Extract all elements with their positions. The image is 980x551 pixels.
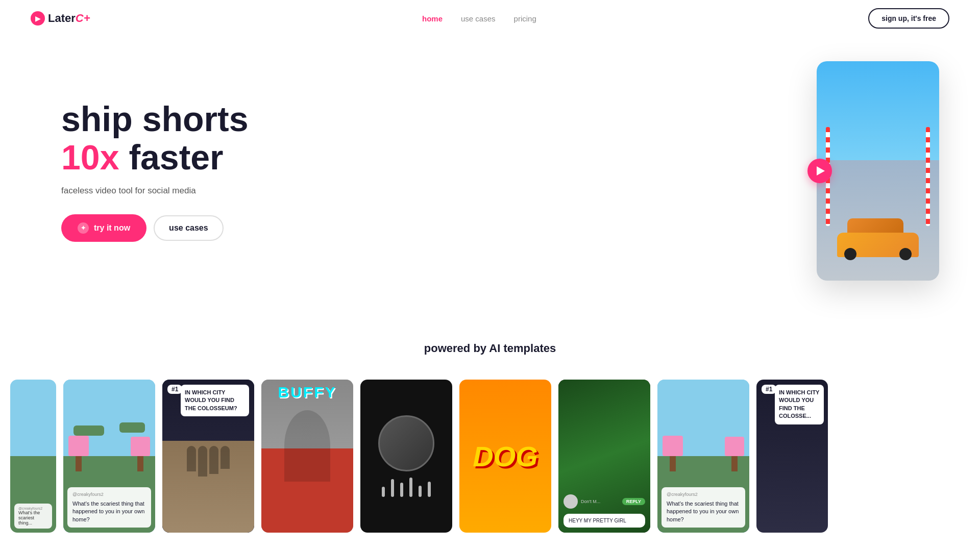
quiz2-badge: #1 [762,385,776,394]
sky [817,61,939,171]
carousel-card-partial[interactable]: @creakyfours2 What's the scariest thing.… [10,380,56,533]
nav-links: home use cases pricing [422,14,536,23]
logo-icon: ▶ [31,11,45,26]
wheel-right [899,248,912,260]
carousel-card-podcast[interactable] [360,380,452,533]
sparkle-icon: ✦ [78,222,89,234]
car-shape [837,224,919,265]
carousel-card-minecraft[interactable]: @creakyfours2 What's the scariest thing … [63,380,155,533]
audio-waveform [382,477,431,497]
carousel-card-quiz2[interactable]: #1 IN WHICH CITY WOULD YOU FIND THE COLO… [756,380,828,533]
try-it-now-label: try it now [94,223,130,233]
road-scene [817,61,939,281]
barrier-right [926,127,930,226]
hero-heading: ship shorts 10x faster [61,100,327,177]
hero-left: ship shorts 10x faster faceless video to… [61,100,327,242]
carousel-card-face[interactable]: BUFFY [261,380,353,533]
try-it-now-button[interactable]: ✦ try it now [61,214,146,242]
carousel-card-chat[interactable]: Don't M... REPLY HEYY MY PRETTY GIRL [558,380,650,533]
quiz2-question: IN WHICH CITY WOULD YOU FIND THE COLOSSE… [775,385,824,424]
nav-signup-button[interactable]: sign up, it's free [868,8,949,29]
play-triangle-icon [817,166,825,176]
hero-section: ship shorts 10x faster faceless video to… [0,0,980,311]
powered-title: powered by AI templates [10,342,970,355]
minecraft-card-text: @creakyfours2 What's the scariest thing … [67,487,151,528]
hero-video-card[interactable] [817,61,939,281]
quiz-badge: #1 [167,385,182,394]
use-cases-button[interactable]: use cases [154,215,224,241]
navbar: ▶ LaterC+ home use cases pricing sign up… [0,0,980,37]
chat-reply-btn[interactable]: REPLY [622,498,645,505]
logo[interactable]: ▶ LaterC+ [31,11,90,26]
hero-buttons: ✦ try it now use cases [61,214,327,242]
nav-home[interactable]: home [422,14,443,23]
hero-heading-line2: faster [129,138,223,177]
play-button[interactable] [807,159,832,183]
carousel-card-minecraft2[interactable]: @creakyfours2 What's the scariest thing … [657,380,749,533]
minecraft2-card-text: @creakyfours2 What's the scariest thing … [662,487,745,528]
car [837,224,919,265]
nav-use-cases[interactable]: use cases [461,14,496,23]
dog-text: DOG [473,440,538,473]
face-card-name: BUFFY [261,384,353,401]
hero-subtitle: faceless video tool for social media [61,186,327,196]
nav-pricing[interactable]: pricing [514,14,536,23]
quiz-question: IN WHICH CITY WOULD YOU FIND THE COLOSSE… [181,385,249,416]
carousel-card-dog[interactable]: DOG [459,380,551,533]
logo-text: LaterC+ [48,12,90,25]
wheel-left [844,248,856,260]
hero-right [817,61,939,281]
template-carousel: @creakyfours2 What's the scariest thing.… [0,365,980,547]
hero-heading-highlight: 10x [61,138,119,177]
chat-message: HEYY MY PRETTY GIRL [564,514,645,528]
powered-section: powered by AI templates [0,311,980,365]
carousel-card-quiz[interactable]: #1 IN WHICH CITY WOULD YOU FIND THE COLO… [162,380,254,533]
podcast-avatar [378,415,434,471]
hero-heading-line1: ship shorts [61,99,249,138]
